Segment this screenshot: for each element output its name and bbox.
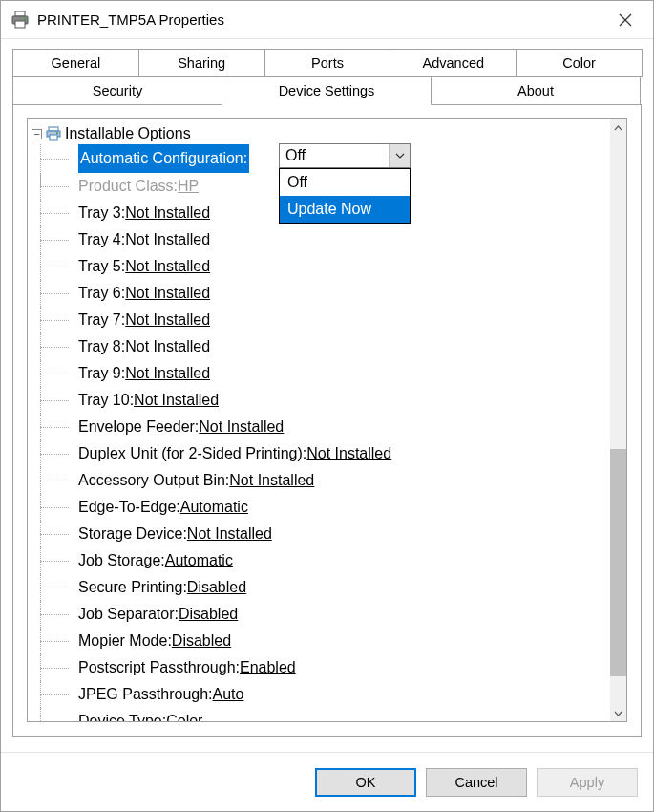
- tree-item-value[interactable]: Auto: [213, 681, 244, 708]
- tree-item-label: Tray 4:: [78, 226, 125, 253]
- tree-item-label: Duplex Unit (for 2-Sided Printing):: [78, 440, 306, 467]
- collapse-icon[interactable]: −: [32, 129, 42, 139]
- tab-general[interactable]: General: [12, 49, 139, 77]
- tree-item[interactable]: Job Storage: Automatic: [40, 547, 610, 574]
- tree-item[interactable]: Mopier Mode: Disabled: [40, 628, 610, 654]
- tree-item-value[interactable]: Not Installed: [229, 467, 314, 494]
- tree-item-label: Job Separator:: [78, 601, 179, 628]
- tree-item[interactable]: Device Type: Color: [40, 708, 610, 721]
- svg-point-9: [56, 132, 58, 134]
- dialog-footer: OK Cancel Apply: [1, 752, 653, 811]
- scroll-thumb[interactable]: [610, 449, 626, 676]
- tree-item-label: Postscript Passthrough:: [78, 654, 240, 681]
- tab-strip: GeneralSharingPortsAdvancedColor Managem…: [12, 49, 642, 105]
- tree-item[interactable]: Accessory Output Bin: Not Installed: [40, 467, 610, 494]
- tree-item[interactable]: Tray 5: Not Installed: [40, 253, 610, 280]
- cancel-button[interactable]: Cancel: [426, 768, 527, 797]
- tab-color-management[interactable]: Color Management: [516, 49, 643, 77]
- dialog-body: GeneralSharingPortsAdvancedColor Managem…: [1, 39, 653, 752]
- svg-rect-2: [15, 21, 25, 28]
- tree-item-label: Tray 8:: [78, 333, 125, 360]
- scroll-track[interactable]: [610, 136, 626, 705]
- tab-ports[interactable]: Ports: [264, 49, 391, 77]
- apply-button: Apply: [537, 768, 638, 797]
- tree-item-value[interactable]: Not Installed: [125, 253, 210, 280]
- chevron-down-icon: [395, 153, 405, 159]
- scroll-down-button[interactable]: [610, 705, 626, 721]
- tree-item[interactable]: Job Separator: Disabled: [40, 601, 610, 628]
- tree-item[interactable]: Tray 6: Not Installed: [40, 280, 610, 307]
- tree-root-label: Installable Options: [65, 125, 191, 142]
- tree-item-value[interactable]: Not Installed: [199, 414, 284, 440]
- tree-item-label: Storage Device:: [78, 521, 187, 547]
- tree-item[interactable]: Storage Device: Not Installed: [40, 521, 610, 547]
- close-icon: [619, 13, 632, 27]
- dropdown-button[interactable]: [389, 144, 410, 167]
- tree-item[interactable]: Tray 10: Not Installed: [40, 387, 610, 414]
- tree-item-value[interactable]: Automatic: [180, 494, 248, 521]
- device-settings-tree: − Installable Options Automatic Configur…: [27, 118, 627, 722]
- tree-item-value[interactable]: Not Installed: [125, 280, 210, 307]
- tree-item[interactable]: Tray 4: Not Installed: [40, 226, 610, 253]
- tree-item-value[interactable]: Automatic: [165, 547, 233, 574]
- automatic-configuration-dropdown[interactable]: Off: [279, 143, 411, 168]
- dropdown-option[interactable]: Update Now: [280, 196, 410, 223]
- tree-item[interactable]: JPEG Passthrough: Auto: [40, 681, 610, 708]
- svg-rect-0: [15, 11, 25, 16]
- tree-item-value[interactable]: Not Installed: [125, 200, 210, 226]
- tab-content: − Installable Options Automatic Configur…: [12, 104, 642, 737]
- dropdown-list[interactable]: OffUpdate Now: [279, 168, 411, 224]
- tree-item-value[interactable]: Disabled: [172, 628, 231, 654]
- tree-item-label: Accessory Output Bin:: [78, 467, 229, 494]
- tree-viewport: − Installable Options Automatic Configur…: [28, 119, 610, 721]
- tab-security[interactable]: Security: [12, 76, 222, 105]
- tree-item[interactable]: Envelope Feeder: Not Installed: [40, 414, 610, 440]
- tree-item[interactable]: Duplex Unit (for 2-Sided Printing): Not …: [40, 440, 610, 467]
- dropdown-option[interactable]: Off: [280, 169, 410, 196]
- tree-item-value[interactable]: Enabled: [240, 654, 296, 681]
- tree-item-value[interactable]: Not Installed: [125, 307, 210, 333]
- tab-advanced[interactable]: Advanced: [390, 49, 517, 77]
- tree-item-label: Automatic Configuration:: [78, 144, 249, 173]
- tree-item[interactable]: Postscript Passthrough: Enabled: [40, 654, 610, 681]
- tree-item-value[interactable]: Not Installed: [125, 360, 210, 387]
- tree-item[interactable]: Tray 9: Not Installed: [40, 360, 610, 387]
- tree-item-label: Mopier Mode:: [78, 628, 172, 654]
- tree-item-label: Device Type:: [78, 708, 166, 721]
- tree-item-label: Tray 7:: [78, 307, 125, 333]
- tab-sharing[interactable]: Sharing: [138, 49, 265, 77]
- tree-item-label: Tray 9:: [78, 360, 125, 387]
- tree-item-label: JPEG Passthrough:: [78, 681, 213, 708]
- close-button[interactable]: [603, 5, 647, 35]
- chevron-down-icon: [614, 711, 622, 716]
- tree-item-value[interactable]: Not Installed: [125, 226, 210, 253]
- tree-item-label: Tray 5:: [78, 253, 125, 280]
- chevron-up-icon: [614, 125, 622, 131]
- tree-item[interactable]: Tray 7: Not Installed: [40, 307, 610, 333]
- vertical-scrollbar[interactable]: [610, 119, 626, 721]
- tree-item-value[interactable]: Color: [166, 708, 202, 721]
- tree-item-label: Secure Printing:: [78, 574, 187, 601]
- tree-item[interactable]: Secure Printing: Disabled: [40, 574, 610, 601]
- printer-icon: [11, 11, 30, 29]
- tree-item-value[interactable]: Not Installed: [134, 387, 219, 414]
- tab-about[interactable]: About: [431, 76, 641, 105]
- titlebar: PRINTER_TMP5A Properties: [1, 1, 653, 39]
- dropdown-selected-value: Off: [280, 147, 389, 164]
- tree-item-label: Tray 6:: [78, 280, 125, 307]
- tree-item-value[interactable]: Not Installed: [125, 333, 210, 360]
- tree-item-value[interactable]: Disabled: [187, 574, 246, 601]
- tree-item-value[interactable]: Not Installed: [187, 521, 272, 547]
- tree-item-label: Product Class:: [78, 173, 178, 200]
- printer-node-icon: [46, 126, 61, 141]
- ok-button[interactable]: OK: [315, 768, 416, 797]
- properties-dialog: PRINTER_TMP5A Properties GeneralSharingP…: [0, 0, 654, 812]
- tree-item-value[interactable]: HP: [178, 173, 199, 200]
- tree-item[interactable]: Edge-To-Edge: Automatic: [40, 494, 610, 521]
- tree-item-value[interactable]: Not Installed: [306, 440, 391, 467]
- tree-item-value[interactable]: Disabled: [179, 601, 238, 628]
- tree-item[interactable]: Tray 8: Not Installed: [40, 333, 610, 360]
- tree-root[interactable]: − Installable Options: [32, 123, 610, 144]
- scroll-up-button[interactable]: [610, 119, 626, 136]
- tab-device-settings[interactable]: Device Settings: [222, 76, 432, 105]
